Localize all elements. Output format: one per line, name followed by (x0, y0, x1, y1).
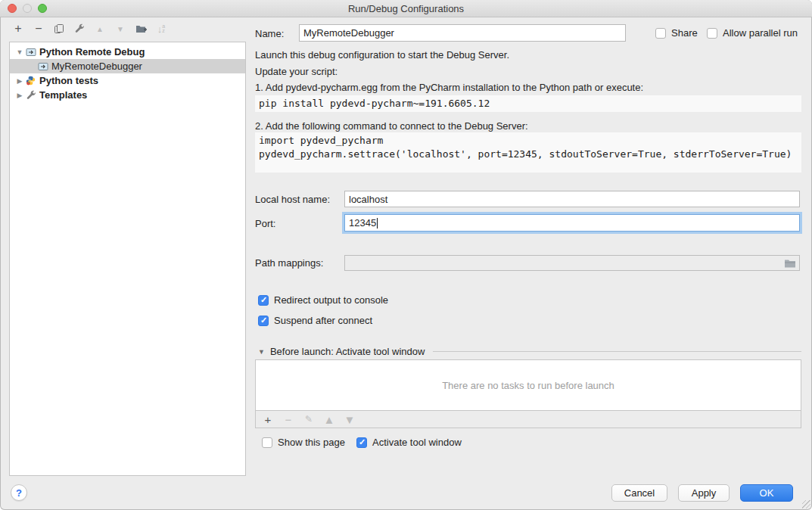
activate-tool-window-checkbox[interactable] (356, 437, 367, 448)
path-mappings-field[interactable] (344, 255, 800, 271)
local-host-name-input[interactable] (344, 191, 800, 207)
activate-tool-window-label: Activate tool window (372, 437, 462, 448)
apply-button[interactable]: Apply (678, 484, 730, 502)
step-2-text: 2. Add the following command to connect … (255, 120, 528, 132)
allow-parallel-checkbox-row: Allow parallel run (707, 27, 798, 39)
name-label: Name: (255, 28, 284, 39)
tree-item-label: Python tests (39, 75, 98, 86)
port-label: Port: (255, 218, 275, 229)
tree-item-python-remote-debug[interactable]: ▼ Python Remote Debug (10, 45, 245, 59)
step-1-text: 1. Add pydevd-pycharm.egg from the PyCha… (255, 82, 643, 93)
settrace-code: import pydevd_pycharmpydevd_pycharm.sett… (255, 132, 801, 173)
redirect-output-checkbox[interactable] (258, 295, 269, 306)
new-folder-icon (135, 23, 147, 34)
copy-configuration-button[interactable] (51, 21, 67, 36)
new-folder-button[interactable] (133, 21, 148, 36)
redirect-output-row: Redirect output to console (258, 294, 388, 306)
zoom-window-button[interactable] (38, 4, 47, 13)
remove-configuration-button[interactable]: − (31, 21, 46, 36)
add-configuration-button[interactable]: + (11, 21, 26, 36)
suspend-after-connect-label: Suspend after connect (274, 315, 372, 326)
sort-az-icon: ↓ az (157, 23, 165, 35)
section-divider (433, 351, 801, 352)
description-line-2: Update your script: (255, 66, 338, 77)
path-mappings-label: Path mappings: (255, 257, 323, 269)
remote-debug-config-icon (38, 61, 49, 72)
show-this-page-row: Show this page (262, 437, 345, 448)
cancel-button[interactable]: Cancel (611, 484, 667, 502)
tree-item-label: MyRemoteDebugger (51, 61, 142, 72)
suspend-after-connect-checkbox[interactable] (258, 316, 269, 326)
configuration-editor: Name: Share Allow parallel run Launch th… (255, 0, 801, 510)
move-task-up-button[interactable]: ▲ (324, 414, 334, 424)
pip-install-code: pip install pydevd-pycharm~=191.6605.12 (255, 95, 801, 112)
edit-templates-button[interactable] (72, 21, 87, 36)
redirect-output-label: Redirect output to console (274, 294, 388, 306)
expand-arrow-icon[interactable]: ▶ (14, 92, 25, 99)
local-host-name-label: Local host name: (255, 194, 330, 205)
wrench-icon (74, 23, 85, 34)
expand-arrow-icon[interactable]: ▶ (14, 77, 25, 85)
move-down-button[interactable]: ▼ (113, 21, 128, 36)
name-input[interactable] (299, 24, 626, 42)
port-value: 12345 (349, 217, 376, 229)
collapse-arrow-icon[interactable]: ▼ (258, 348, 265, 356)
share-checkbox-row: Share (655, 27, 698, 39)
run-debug-configurations-dialog: Run/Debug Configurations + − ▲ ▼ ↓ az ▼ (0, 0, 812, 510)
tree-item-label: Templates (39, 89, 87, 101)
before-launch-label: Before launch: Activate tool window (270, 346, 425, 357)
share-checkbox[interactable] (655, 28, 666, 39)
edit-task-button[interactable]: ✎ (303, 414, 314, 424)
folder-icon (784, 258, 796, 269)
python-tests-icon (26, 76, 37, 86)
description-line-1: Launch this debug configuration to start… (255, 49, 509, 61)
help-button[interactable]: ? (11, 484, 27, 501)
configurations-tree: ▼ Python Remote Debug MyRemoteDebugger ▶… (9, 42, 246, 476)
allow-parallel-run-label: Allow parallel run (723, 27, 798, 39)
settrace-code-line-1: import pydevd_pycharm (259, 135, 383, 146)
resize-grip[interactable] (802, 500, 810, 508)
activate-tool-window-row: Activate tool window (356, 437, 462, 448)
browse-folder-button[interactable] (784, 258, 796, 271)
before-launch-header[interactable]: ▼ Before launch: Activate tool window (258, 346, 801, 357)
copy-icon (54, 23, 64, 34)
minimize-window-button[interactable] (23, 4, 32, 13)
tree-item-python-tests[interactable]: ▶ Python tests (10, 73, 245, 88)
help-question-icon: ? (16, 487, 22, 499)
tree-item-templates[interactable]: ▶ Templates (10, 88, 245, 102)
tasks-toolbar: + − ✎ ▲ ▼ (255, 411, 801, 428)
move-up-button[interactable]: ▲ (92, 21, 107, 36)
configurations-toolbar: + − ▲ ▼ ↓ az (11, 21, 169, 36)
sort-configurations-button[interactable]: ↓ az (154, 21, 169, 36)
remote-debug-config-icon (26, 47, 37, 58)
port-input[interactable]: 12345 (344, 214, 800, 232)
allow-parallel-run-checkbox[interactable] (707, 28, 717, 39)
ok-button[interactable]: OK (740, 484, 793, 502)
no-tasks-text: There are no tasks to run before launch (442, 380, 614, 391)
tree-item-label: Python Remote Debug (39, 46, 145, 58)
move-task-down-button[interactable]: ▼ (344, 414, 355, 424)
suspend-after-connect-row: Suspend after connect (258, 315, 372, 326)
templates-wrench-icon (26, 90, 37, 101)
tree-item-myremotedebugger[interactable]: MyRemoteDebugger (10, 59, 245, 73)
dialog-buttons: Cancel Apply OK (611, 484, 793, 502)
text-cursor (377, 218, 378, 229)
show-this-page-label: Show this page (278, 437, 345, 448)
remove-task-button[interactable]: − (283, 414, 294, 424)
settrace-code-line-2: pydevd_pycharm.settrace('localhost', por… (259, 148, 792, 160)
window-controls (8, 0, 47, 17)
before-launch-tasks-list: There are no tasks to run before launch (255, 359, 801, 411)
add-task-button[interactable]: + (263, 414, 273, 424)
show-this-page-checkbox[interactable] (262, 437, 272, 448)
close-window-button[interactable] (8, 4, 17, 13)
share-label: Share (671, 27, 698, 39)
collapse-arrow-icon[interactable]: ▼ (14, 48, 25, 56)
